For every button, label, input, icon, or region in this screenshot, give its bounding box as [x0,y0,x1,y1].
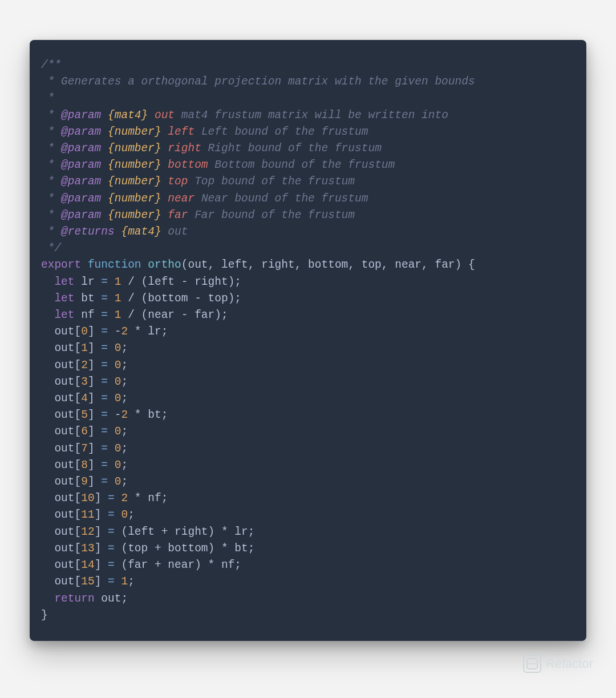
rhs: (far + near) * nf; [115,559,241,571]
idx: 15 [81,575,94,588]
op-eq: = [108,542,115,555]
jsdoc-name: out [168,225,188,238]
out-pre: out[ [54,409,81,421]
num: 2 [121,492,128,505]
out-pre: out[ [54,359,81,372]
rhs2: ; [128,509,135,521]
num: 0 [115,442,121,455]
rhs2: ; [121,342,128,354]
op-eq: = [101,392,108,405]
out-post: ] [95,492,108,505]
out-post: ] [95,509,108,521]
idx: 0 [81,325,88,338]
kw-let: let [54,309,74,321]
rhs [108,425,115,438]
op-eq: = [101,292,108,305]
comment-close: */ [41,242,61,255]
idx: 8 [81,459,88,471]
rhs2: ; [121,442,128,455]
expr: / (left - right); [121,276,241,288]
rhs2: ; [121,425,128,438]
fn-params: out, left, right, bottom, top, near, far [188,259,455,271]
op-eq: = [101,442,108,455]
jsdoc-type: {mat4} [121,225,161,238]
rhs2: * nf; [128,492,168,505]
num: 2 [121,325,128,338]
jsdoc-tag: @param [61,126,101,138]
paren-close: ) { [455,259,475,271]
comment-open: /** [41,59,61,71]
jsdoc-desc: Top bound of the frustum [194,175,355,188]
out-pre: out[ [54,559,81,571]
code-card: /** * Generates a orthogonal projection … [30,40,586,641]
jsdoc-name: out [155,109,175,122]
idx: 5 [81,409,88,421]
jsdoc-type: {number} [108,142,161,155]
kw-export: export [41,259,81,271]
out-pre: out[ [54,376,81,388]
rhs: (top + bottom) * bt; [115,542,255,555]
out-post: ] [88,459,101,471]
out-pre: out[ [54,575,81,588]
out-pre: out[ [54,526,81,538]
rhs2: ; [121,376,128,388]
jsdoc-name: bottom [168,159,208,171]
op-eq: = [101,325,108,338]
comment-star: * [41,209,61,221]
out-pre: out[ [54,425,81,438]
comment-star: * [41,159,61,171]
paren-open: ( [181,259,188,271]
jsdoc-desc: Right bound of the frustum [208,142,382,155]
jsdoc-type: {mat4} [108,109,148,122]
kw-function: function [88,259,141,271]
jsdoc-returns: @returns [61,225,115,238]
out-pre: out[ [54,459,81,471]
idx: 10 [81,492,94,505]
out-post: ] [88,425,101,438]
out-post: ] [88,409,101,421]
out-post: ] [95,542,108,555]
num: 0 [115,475,121,488]
out-post: ] [88,475,101,488]
jsdoc-name: top [168,175,188,188]
rhs2: * bt; [128,409,168,421]
op-eq: = [101,459,108,471]
idx: 11 [81,509,94,521]
rhs2: ; [121,475,128,488]
num: 0 [121,509,128,521]
var: bt [81,292,94,305]
comment-star: * [41,192,61,205]
var: lr [81,276,94,288]
rhs2: ; [121,359,128,372]
rhs: - [108,325,121,338]
out-post: ] [88,392,101,405]
idx: 2 [81,359,88,372]
page: /** * Generates a orthogonal projection … [0,0,616,698]
num: 1 [121,575,128,588]
expr: / (bottom - top); [121,292,241,305]
out-pre: out[ [54,542,81,555]
num: 1 [115,309,121,321]
rhs [108,359,115,372]
idx: 7 [81,442,88,455]
jsdoc-type: {number} [108,192,161,205]
idx: 1 [81,342,88,354]
op-eq: = [108,509,115,521]
op-eq: = [101,359,108,372]
expr: / (near - far); [121,309,228,321]
num: 1 [115,292,121,305]
idx: 9 [81,475,88,488]
out-post: ] [88,342,101,354]
jsdoc-tag: @param [61,142,101,155]
idx: 4 [81,392,88,405]
watermark: Refactor [523,655,593,673]
idx: 6 [81,425,88,438]
jsdoc-desc: Left bound of the frustum [201,126,368,138]
jsdoc-type: {number} [108,175,161,188]
op-eq: = [101,425,108,438]
jsdoc-name: near [168,192,194,205]
rhs [108,376,115,388]
idx: 12 [81,526,94,538]
op-eq: = [108,526,115,538]
num: 0 [115,376,121,388]
